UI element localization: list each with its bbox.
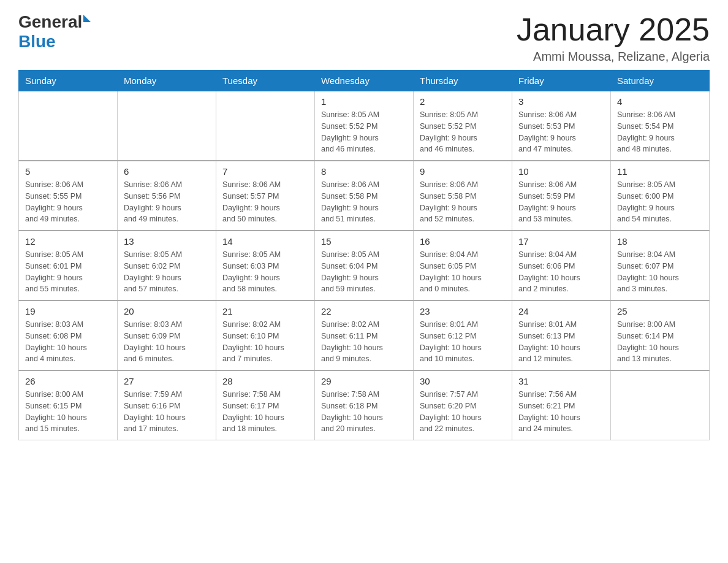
day-info: Sunrise: 8:06 AM Sunset: 5:54 PM Dayligh… xyxy=(617,109,703,155)
calendar-empty-cell xyxy=(19,91,118,161)
day-number: 8 xyxy=(321,166,407,177)
calendar-day-14: 14Sunrise: 8:05 AM Sunset: 6:03 PM Dayli… xyxy=(216,231,315,301)
calendar-day-16: 16Sunrise: 8:04 AM Sunset: 6:05 PM Dayli… xyxy=(414,231,512,301)
weekday-header-saturday: Saturday xyxy=(611,71,710,91)
calendar-day-28: 28Sunrise: 7:58 AM Sunset: 6:17 PM Dayli… xyxy=(216,370,315,440)
day-info: Sunrise: 8:05 AM Sunset: 5:52 PM Dayligh… xyxy=(321,109,407,155)
calendar-day-3: 3Sunrise: 8:06 AM Sunset: 5:53 PM Daylig… xyxy=(512,91,611,161)
logo-triangle-icon xyxy=(83,15,91,22)
calendar-day-18: 18Sunrise: 8:04 AM Sunset: 6:07 PM Dayli… xyxy=(611,231,710,301)
day-number: 10 xyxy=(518,166,604,177)
day-number: 3 xyxy=(518,96,604,107)
calendar-day-22: 22Sunrise: 8:02 AM Sunset: 6:11 PM Dayli… xyxy=(315,301,414,370)
day-info: Sunrise: 7:59 AM Sunset: 6:16 PM Dayligh… xyxy=(124,389,210,435)
calendar-week-row: 12Sunrise: 8:05 AM Sunset: 6:01 PM Dayli… xyxy=(19,231,710,301)
calendar-header-row: SundayMondayTuesdayWednesdayThursdayFrid… xyxy=(19,71,710,91)
day-number: 4 xyxy=(617,96,703,107)
calendar-day-24: 24Sunrise: 8:01 AM Sunset: 6:13 PM Dayli… xyxy=(512,301,611,370)
calendar-day-15: 15Sunrise: 8:05 AM Sunset: 6:04 PM Dayli… xyxy=(315,231,414,301)
page-header: General Blue January 2025 Ammi Moussa, R… xyxy=(18,12,710,64)
day-number: 28 xyxy=(222,376,308,386)
title-area: January 2025 Ammi Moussa, Relizane, Alge… xyxy=(517,12,710,64)
day-info: Sunrise: 8:06 AM Sunset: 5:55 PM Dayligh… xyxy=(25,179,111,225)
calendar-day-4: 4Sunrise: 8:06 AM Sunset: 5:54 PM Daylig… xyxy=(611,91,710,161)
day-number: 20 xyxy=(124,306,210,316)
weekday-header-friday: Friday xyxy=(512,71,611,91)
day-number: 26 xyxy=(25,376,111,386)
day-number: 14 xyxy=(222,236,308,247)
weekday-header-thursday: Thursday xyxy=(414,71,512,91)
day-number: 21 xyxy=(222,306,308,316)
day-info: Sunrise: 7:58 AM Sunset: 6:18 PM Dayligh… xyxy=(321,389,407,435)
day-number: 29 xyxy=(321,376,407,386)
day-info: Sunrise: 8:06 AM Sunset: 5:57 PM Dayligh… xyxy=(222,179,308,225)
calendar-day-26: 26Sunrise: 8:00 AM Sunset: 6:15 PM Dayli… xyxy=(19,370,118,440)
day-info: Sunrise: 7:57 AM Sunset: 6:20 PM Dayligh… xyxy=(420,389,506,435)
day-info: Sunrise: 8:06 AM Sunset: 5:59 PM Dayligh… xyxy=(518,179,604,225)
day-number: 7 xyxy=(222,166,308,177)
day-number: 27 xyxy=(124,376,210,386)
calendar-week-row: 19Sunrise: 8:03 AM Sunset: 6:08 PM Dayli… xyxy=(19,301,710,370)
logo: General Blue xyxy=(18,12,91,52)
day-number: 6 xyxy=(124,166,210,177)
day-info: Sunrise: 7:58 AM Sunset: 6:17 PM Dayligh… xyxy=(222,389,308,435)
logo-blue-text: Blue xyxy=(18,32,56,52)
calendar-subtitle: Ammi Moussa, Relizane, Algeria xyxy=(517,50,710,64)
day-number: 30 xyxy=(420,376,506,386)
day-info: Sunrise: 8:06 AM Sunset: 5:58 PM Dayligh… xyxy=(321,179,407,225)
day-info: Sunrise: 8:04 AM Sunset: 6:07 PM Dayligh… xyxy=(617,249,703,295)
day-info: Sunrise: 8:06 AM Sunset: 5:56 PM Dayligh… xyxy=(124,179,210,225)
day-info: Sunrise: 8:04 AM Sunset: 6:06 PM Dayligh… xyxy=(518,249,604,295)
calendar-day-17: 17Sunrise: 8:04 AM Sunset: 6:06 PM Dayli… xyxy=(512,231,611,301)
day-number: 15 xyxy=(321,236,407,247)
day-info: Sunrise: 8:00 AM Sunset: 6:14 PM Dayligh… xyxy=(617,319,703,365)
day-number: 18 xyxy=(617,236,703,247)
day-number: 5 xyxy=(25,166,111,177)
calendar-day-30: 30Sunrise: 7:57 AM Sunset: 6:20 PM Dayli… xyxy=(414,370,512,440)
calendar-day-9: 9Sunrise: 8:06 AM Sunset: 5:58 PM Daylig… xyxy=(414,161,512,231)
calendar-day-13: 13Sunrise: 8:05 AM Sunset: 6:02 PM Dayli… xyxy=(118,231,216,301)
day-info: Sunrise: 8:05 AM Sunset: 5:52 PM Dayligh… xyxy=(420,109,506,155)
calendar-day-27: 27Sunrise: 7:59 AM Sunset: 6:16 PM Dayli… xyxy=(118,370,216,440)
day-info: Sunrise: 7:56 AM Sunset: 6:21 PM Dayligh… xyxy=(518,389,604,435)
day-info: Sunrise: 8:05 AM Sunset: 6:00 PM Dayligh… xyxy=(617,179,703,225)
day-number: 22 xyxy=(321,306,407,316)
day-number: 17 xyxy=(518,236,604,247)
day-info: Sunrise: 8:06 AM Sunset: 5:58 PM Dayligh… xyxy=(420,179,506,225)
calendar-table: SundayMondayTuesdayWednesdayThursdayFrid… xyxy=(18,70,710,440)
day-number: 24 xyxy=(518,306,604,316)
day-number: 2 xyxy=(420,96,506,107)
calendar-day-11: 11Sunrise: 8:05 AM Sunset: 6:00 PM Dayli… xyxy=(611,161,710,231)
day-number: 23 xyxy=(420,306,506,316)
day-info: Sunrise: 8:03 AM Sunset: 6:08 PM Dayligh… xyxy=(25,319,111,365)
calendar-empty-cell xyxy=(118,91,216,161)
day-info: Sunrise: 8:05 AM Sunset: 6:03 PM Dayligh… xyxy=(222,249,308,295)
day-info: Sunrise: 8:00 AM Sunset: 6:15 PM Dayligh… xyxy=(25,389,111,435)
day-info: Sunrise: 8:05 AM Sunset: 6:02 PM Dayligh… xyxy=(124,249,210,295)
calendar-day-19: 19Sunrise: 8:03 AM Sunset: 6:08 PM Dayli… xyxy=(19,301,118,370)
calendar-day-21: 21Sunrise: 8:02 AM Sunset: 6:10 PM Dayli… xyxy=(216,301,315,370)
day-number: 25 xyxy=(617,306,703,316)
day-number: 1 xyxy=(321,96,407,107)
day-info: Sunrise: 8:02 AM Sunset: 6:10 PM Dayligh… xyxy=(222,319,308,365)
calendar-title: January 2025 xyxy=(517,12,710,47)
calendar-week-row: 5Sunrise: 8:06 AM Sunset: 5:55 PM Daylig… xyxy=(19,161,710,231)
logo-general-text: General xyxy=(18,12,82,32)
weekday-header-monday: Monday xyxy=(118,71,216,91)
day-info: Sunrise: 8:05 AM Sunset: 6:01 PM Dayligh… xyxy=(25,249,111,295)
day-info: Sunrise: 8:05 AM Sunset: 6:04 PM Dayligh… xyxy=(321,249,407,295)
weekday-header-tuesday: Tuesday xyxy=(216,71,315,91)
calendar-empty-cell xyxy=(611,370,710,440)
calendar-day-1: 1Sunrise: 8:05 AM Sunset: 5:52 PM Daylig… xyxy=(315,91,414,161)
day-info: Sunrise: 8:01 AM Sunset: 6:12 PM Dayligh… xyxy=(420,319,506,365)
calendar-day-25: 25Sunrise: 8:00 AM Sunset: 6:14 PM Dayli… xyxy=(611,301,710,370)
calendar-day-12: 12Sunrise: 8:05 AM Sunset: 6:01 PM Dayli… xyxy=(19,231,118,301)
calendar-day-2: 2Sunrise: 8:05 AM Sunset: 5:52 PM Daylig… xyxy=(414,91,512,161)
calendar-week-row: 1Sunrise: 8:05 AM Sunset: 5:52 PM Daylig… xyxy=(19,91,710,161)
calendar-day-6: 6Sunrise: 8:06 AM Sunset: 5:56 PM Daylig… xyxy=(118,161,216,231)
calendar-day-8: 8Sunrise: 8:06 AM Sunset: 5:58 PM Daylig… xyxy=(315,161,414,231)
day-number: 12 xyxy=(25,236,111,247)
calendar-day-31: 31Sunrise: 7:56 AM Sunset: 6:21 PM Dayli… xyxy=(512,370,611,440)
day-number: 11 xyxy=(617,166,703,177)
calendar-day-10: 10Sunrise: 8:06 AM Sunset: 5:59 PM Dayli… xyxy=(512,161,611,231)
